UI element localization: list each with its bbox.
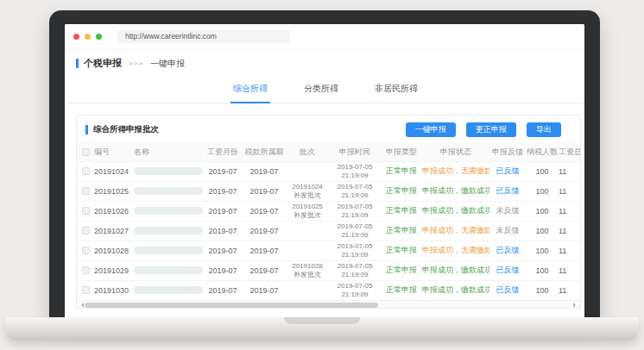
cell-tax-period: 2019-07	[243, 181, 286, 201]
cell-declare-time: 2019-07-0521:19:09	[329, 161, 381, 181]
cell-declare-status: 申报成功，无需缴款	[422, 161, 489, 181]
cell-declare-type: 正常申报	[381, 201, 422, 221]
cell-tax-period: 2019-07	[243, 260, 286, 280]
export-button[interactable]: 导出	[527, 122, 561, 137]
panel-title: 综合所得申报批次	[93, 124, 159, 135]
row-checkbox[interactable]	[82, 227, 90, 234]
col-tax-period: 税款所属期	[243, 143, 286, 161]
batch-panel: 综合所得申报批次 一键申报 更正申报 导出	[76, 115, 581, 309]
correction-declare-button[interactable]: 更正申报	[466, 122, 516, 137]
cell-tax-period: 2019-07	[243, 280, 286, 300]
cell-taxpayer-count: 100	[526, 241, 559, 260]
cell-declare-type: 正常申报	[381, 241, 422, 260]
cell-clipped: 11	[559, 181, 580, 201]
col-taxpayer-count: 纳税人数	[526, 143, 559, 161]
scroll-left-icon[interactable]	[79, 303, 84, 308]
cell-clipped: 11	[559, 221, 580, 241]
row-checkbox[interactable]	[82, 286, 90, 294]
cell-salary-month: 2019-07	[203, 201, 243, 221]
cell-clipped: 11	[559, 280, 580, 300]
cell-name	[134, 260, 203, 280]
cell-salary-month: 2019-07	[203, 161, 243, 181]
row-checkbox[interactable]	[82, 247, 90, 254]
tab-comprehensive-income[interactable]: 综合所得	[230, 78, 270, 103]
cell-taxpayer-count: 100	[526, 161, 559, 181]
cell-salary-month: 2019-07	[203, 241, 243, 260]
tab-nonresident-income[interactable]: 非居民所得	[372, 78, 420, 103]
cell-declare-feedback[interactable]: 已反馈	[489, 241, 526, 260]
cell-declare-status: 申报成功，缴款成功	[422, 181, 489, 201]
cell-declare-feedback[interactable]: 已反馈	[489, 280, 526, 300]
name-placeholder	[134, 286, 203, 294]
col-declare-time: 申报时间	[329, 143, 381, 161]
row-checkbox[interactable]	[82, 266, 90, 274]
name-placeholder	[134, 266, 203, 274]
cell-taxpayer-count: 100	[526, 260, 559, 280]
name-placeholder	[134, 187, 203, 195]
cell-name	[134, 201, 203, 221]
cell-id: 20191024	[94, 161, 134, 181]
laptop-frame: http://www.careerintlinc.com 个税申报 >>> 一键…	[49, 10, 600, 319]
maximize-window-icon[interactable]	[96, 34, 102, 40]
cell-name	[134, 161, 203, 181]
cell-batch: 20191025补发批次	[286, 201, 329, 221]
cell-salary-month: 2019-07	[203, 181, 243, 201]
cell-id: 20191025	[94, 181, 134, 201]
cell-salary-month: 2019-07	[203, 221, 243, 241]
scrollbar-thumb[interactable]	[85, 303, 378, 308]
laptop-base	[5, 317, 639, 341]
select-all-cell	[77, 143, 94, 161]
col-id: 编号	[94, 143, 134, 161]
cell-declare-time: 2019-07-0521:19:09	[329, 221, 381, 241]
cell-clipped: 11	[559, 241, 580, 260]
cell-declare-status: 申报成功，缴款成功	[422, 280, 489, 300]
cell-declare-status: 申报成功，缴款成功	[422, 201, 489, 221]
cell-declare-feedback[interactable]: 已反馈	[489, 260, 526, 280]
minimize-window-icon[interactable]	[85, 34, 91, 40]
cell-declare-feedback[interactable]: 已反馈	[489, 161, 526, 181]
cell-tax-period: 2019-07	[243, 161, 286, 181]
cell-id: 20191027	[94, 221, 134, 241]
table-header-row: 编号 名称 工资月份 税款所属期 批次 申报时间 申报类型 申报状态 申报反馈 …	[77, 143, 580, 161]
cell-batch	[286, 280, 329, 300]
table-row: 20191024 2019-07 2019-07 2019-07-0521:19…	[77, 161, 580, 181]
cell-clipped: 11	[559, 161, 580, 181]
col-declare-status: 申报状态	[422, 143, 489, 161]
breadcrumb-current-page: 一键申报	[150, 58, 185, 70]
scroll-right-icon[interactable]	[573, 303, 578, 308]
table-row: 20191028 2019-07 2019-07 2019-07-0521:19…	[77, 241, 580, 260]
horizontal-scrollbar[interactable]	[77, 300, 580, 308]
cell-taxpayer-count: 100	[526, 201, 559, 221]
cell-clipped: 11	[559, 201, 580, 221]
cell-name	[134, 241, 203, 260]
cell-batch	[286, 221, 329, 241]
cell-declare-status: 申报成功，缴款成功	[422, 260, 489, 280]
cell-tax-period: 2019-07	[243, 201, 286, 221]
one-click-declare-button[interactable]: 一键申报	[406, 122, 456, 137]
cell-tax-period: 2019-07	[243, 221, 286, 241]
cell-declare-feedback: 未反馈	[489, 201, 526, 221]
cell-batch	[286, 161, 329, 181]
address-bar[interactable]: http://www.careerintlinc.com	[117, 30, 290, 43]
laptop-screen: http://www.careerintlinc.com 个税申报 >>> 一键…	[65, 24, 584, 319]
row-checkbox[interactable]	[82, 187, 90, 195]
tab-classified-income[interactable]: 分类所得	[301, 78, 341, 103]
close-window-icon[interactable]	[73, 34, 79, 40]
cell-declare-type: 正常申报	[381, 181, 422, 201]
select-all-checkbox[interactable]	[82, 148, 90, 156]
row-checkbox[interactable]	[82, 207, 90, 215]
table-row: 20191030 2019-07 2019-07 2019-07-0521:19…	[77, 280, 580, 300]
cell-name	[134, 221, 203, 241]
col-declare-feedback: 申报反馈	[489, 143, 526, 161]
row-checkbox[interactable]	[82, 167, 90, 175]
cell-id: 20191030	[94, 280, 134, 300]
breadcrumb-separator: >>>	[129, 59, 143, 67]
cell-name	[134, 280, 203, 300]
cell-declare-type: 正常申报	[381, 221, 422, 241]
cell-declare-type: 正常申报	[381, 260, 422, 280]
cell-declare-feedback[interactable]: 已反馈	[489, 181, 526, 201]
cell-id: 20191026	[94, 201, 134, 221]
table-row: 20191026 2019-07 2019-07 20191025补发批次 20…	[77, 201, 580, 221]
batch-table-container: 编号 名称 工资月份 税款所属期 批次 申报时间 申报类型 申报状态 申报反馈 …	[77, 143, 580, 300]
batch-table: 编号 名称 工资月份 税款所属期 批次 申报时间 申报类型 申报状态 申报反馈 …	[77, 143, 580, 300]
